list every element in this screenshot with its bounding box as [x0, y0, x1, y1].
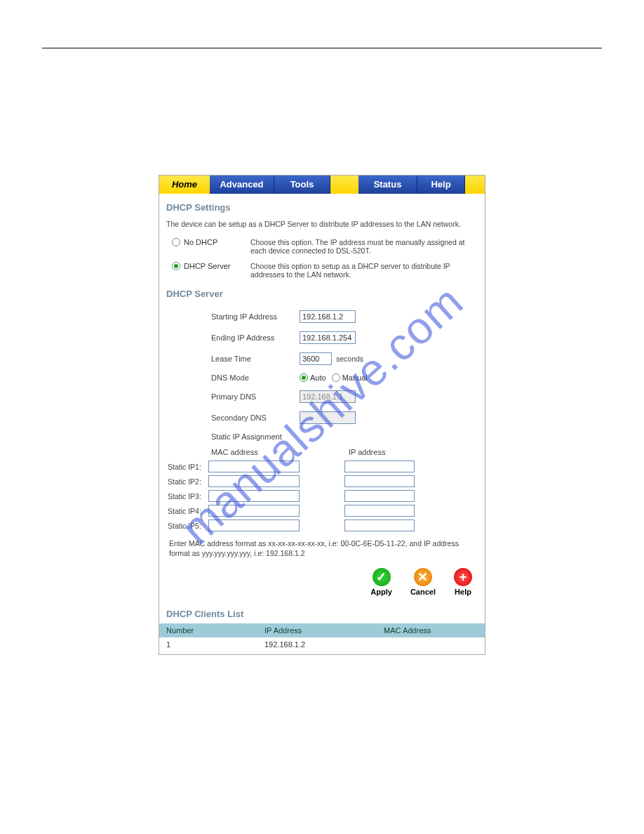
dns-auto-label: Auto — [310, 373, 326, 382]
cancel-button[interactable]: ✕ Cancel — [410, 568, 436, 596]
tab-help[interactable]: Help — [417, 176, 465, 194]
client-1-number: 1 — [166, 640, 264, 649]
starting-ip-row: Starting IP Address — [166, 310, 478, 323]
static-ip-row-1: Static IP1: — [166, 461, 478, 472]
no-dhcp-label: No DHCP — [184, 238, 217, 246]
tab-tools[interactable]: Tools — [274, 176, 330, 194]
secondary-dns-input — [300, 411, 356, 424]
static-ip5-label: Static IP5: — [166, 522, 208, 530]
secondary-dns-label: Secondary DNS — [166, 413, 300, 422]
action-buttons: ✓ Apply ✕ Cancel + Help — [159, 565, 485, 606]
dhcp-settings-section: DHCP Settings The device can be setup as… — [159, 194, 485, 289]
apply-button[interactable]: ✓ Apply — [370, 568, 392, 596]
tab-spacer — [330, 176, 358, 194]
dns-mode-row: DNS Mode Auto Manual — [166, 373, 478, 382]
clients-row-1: 1 192.168.1.2 — [159, 637, 485, 654]
primary-dns-label: Primary DNS — [166, 392, 300, 401]
clients-col-mac: MAC Address — [384, 626, 478, 635]
help-label: Help — [455, 588, 471, 596]
static-ip-row-2: Static IP2: — [166, 475, 478, 487]
tab-home[interactable]: Home — [159, 176, 210, 194]
dhcp-server-label: DHCP Server — [184, 262, 230, 270]
static-ip3-ip-input[interactable] — [344, 490, 415, 502]
static-ip2-mac-input[interactable] — [208, 475, 300, 487]
starting-ip-label: Starting IP Address — [166, 312, 300, 321]
no-dhcp-row: No DHCP Choose this option. The IP addre… — [166, 238, 478, 255]
client-1-mac — [384, 640, 478, 649]
dhcp-server-row: DHCP Server Choose this option to setup … — [166, 262, 478, 279]
static-ip-row-4: Static IP4: — [166, 505, 478, 517]
page-divider — [42, 48, 602, 48]
apply-label: Apply — [370, 588, 392, 596]
lease-time-label: Lease Time — [166, 355, 300, 363]
mac-format-hint: Enter MAC address format as xx-xx-xx-xx-… — [166, 534, 478, 565]
cancel-label: Cancel — [410, 588, 436, 596]
primary-dns-input — [300, 390, 356, 403]
router-admin-panel: Home Advanced Tools Status Help DHCP Set… — [159, 175, 485, 655]
x-icon: ✕ — [414, 568, 432, 586]
ip-col-head: IP address — [349, 448, 385, 456]
static-ip4-ip-input[interactable] — [344, 505, 415, 517]
no-dhcp-desc: Choose this option. The IP address must … — [250, 238, 478, 255]
ending-ip-row: Ending IP Address — [166, 331, 478, 344]
primary-dns-row: Primary DNS — [166, 390, 478, 403]
static-ip3-mac-input[interactable] — [208, 490, 300, 502]
dhcp-settings-intro: The device can be setup as a DHCP Server… — [166, 220, 478, 228]
dhcp-server-desc: Choose this option to setup as a DHCP se… — [250, 262, 478, 279]
starting-ip-input[interactable] — [300, 310, 356, 323]
clients-list-header: Number IP Address MAC Address — [159, 623, 485, 637]
client-1-ip: 192.168.1.2 — [264, 640, 384, 649]
static-ip-col-heads: MAC address IP address — [166, 448, 478, 456]
dhcp-server-form: Starting IP Address Ending IP Address Le… — [159, 309, 485, 565]
check-icon: ✓ — [373, 568, 391, 586]
no-dhcp-radio[interactable] — [172, 238, 180, 246]
dhcp-settings-title: DHCP Settings — [166, 202, 478, 213]
main-tab-bar: Home Advanced Tools Status Help — [159, 176, 485, 194]
static-ip3-label: Static IP3: — [166, 492, 208, 501]
help-button[interactable]: + Help — [454, 568, 472, 596]
clients-col-number: Number — [166, 626, 264, 635]
static-ip5-ip-input[interactable] — [344, 519, 415, 531]
static-ip5-mac-input[interactable] — [208, 519, 300, 531]
dns-manual-radio[interactable]: Manual — [332, 373, 368, 382]
clients-col-ip: IP Address — [264, 626, 384, 635]
ending-ip-input[interactable] — [300, 331, 356, 344]
static-ip-row-3: Static IP3: — [166, 490, 478, 502]
static-ip2-label: Static IP2: — [166, 477, 208, 486]
mac-col-head: MAC address — [166, 448, 349, 456]
lease-time-suffix: seconds — [335, 355, 363, 363]
tab-status[interactable]: Status — [358, 176, 417, 194]
clients-list-title: DHCP Clients List — [159, 606, 485, 623]
dhcp-server-title: DHCP Server — [166, 289, 478, 299]
dhcp-server-section: DHCP Server — [159, 289, 485, 309]
static-ip4-mac-input[interactable] — [208, 505, 300, 517]
plus-icon: + — [454, 568, 472, 586]
secondary-dns-row: Secondary DNS — [166, 411, 478, 424]
static-ip-heading: Static IP Assignment — [166, 432, 478, 441]
lease-time-input[interactable] — [300, 352, 332, 365]
dns-manual-label: Manual — [342, 373, 368, 382]
dns-mode-label: DNS Mode — [166, 373, 300, 382]
static-ip1-ip-input[interactable] — [344, 461, 415, 472]
tab-advanced[interactable]: Advanced — [210, 176, 274, 194]
static-ip2-ip-input[interactable] — [344, 475, 415, 487]
static-ip1-mac-input[interactable] — [208, 461, 300, 472]
ending-ip-label: Ending IP Address — [166, 333, 300, 342]
dns-auto-radio[interactable]: Auto — [300, 373, 326, 382]
static-ip1-label: Static IP1: — [166, 463, 208, 471]
static-ip-row-5: Static IP5: — [166, 519, 478, 531]
lease-time-row: Lease Time seconds — [166, 352, 478, 365]
static-ip4-label: Static IP4: — [166, 507, 208, 515]
dhcp-server-radio[interactable] — [172, 262, 180, 270]
